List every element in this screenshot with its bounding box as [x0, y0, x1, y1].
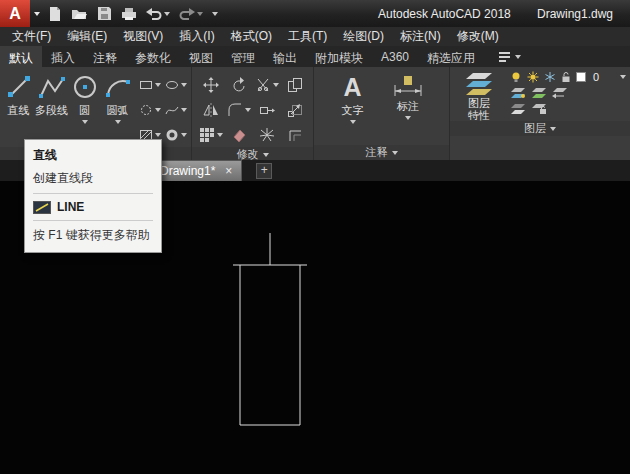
- circle-tool-button[interactable]: 圆: [68, 70, 101, 147]
- panel-modify: 修改: [192, 67, 314, 160]
- app-menu-button[interactable]: A: [0, 0, 30, 27]
- move-tool-button[interactable]: [197, 72, 225, 97]
- ribbon-tab-featured-apps[interactable]: 精选应用: [418, 46, 484, 67]
- ribbon-tab-a360[interactable]: A360: [372, 46, 418, 67]
- modify-tools-grid: [197, 70, 309, 147]
- undo-button[interactable]: [146, 7, 170, 20]
- ribbon-display-toggle[interactable]: [498, 46, 521, 67]
- panel-annotate-label[interactable]: 注释: [314, 145, 449, 160]
- arc-dropdown-caret-icon[interactable]: [115, 120, 121, 124]
- save-icon: [97, 6, 112, 21]
- layer-combo[interactable]: 0: [510, 71, 626, 83]
- ribbon-tab-bar: 默认 插入 注释 参数化 视图 管理 输出 附加模块 A360 精选应用: [0, 46, 630, 67]
- file-tab-drawing1[interactable]: Drawing1* ×: [150, 160, 242, 181]
- ribbon-tab-view[interactable]: 视图: [180, 46, 222, 67]
- ellipse-tool-button[interactable]: [163, 72, 189, 97]
- new-file-button[interactable]: [48, 6, 62, 22]
- menu-modify[interactable]: 修改(M): [449, 27, 507, 46]
- ribbon-tab-addins[interactable]: 附加模块: [306, 46, 372, 67]
- ribbon-tab-annotate[interactable]: 注释: [84, 46, 126, 67]
- menu-dimension[interactable]: 标注(N): [392, 27, 449, 46]
- open-file-button[interactable]: [71, 7, 88, 21]
- donut-caret-icon: [181, 133, 187, 137]
- menu-tools[interactable]: 工具(T): [280, 27, 335, 46]
- app-menu-caret-icon[interactable]: [34, 12, 40, 16]
- panel-layers-label[interactable]: 图层: [450, 121, 630, 136]
- layer-lock-icon[interactable]: [531, 103, 547, 115]
- panel-layers-label-text: 图层: [524, 121, 546, 136]
- polyline-tool-button[interactable]: 多段线: [35, 70, 68, 147]
- hatch-caret-icon: [155, 133, 161, 137]
- document-title: Drawing1.dwg: [537, 7, 613, 21]
- menu-edit[interactable]: 编辑(E): [59, 27, 115, 46]
- ribbon-tab-insert[interactable]: 插入: [42, 46, 84, 67]
- scale-tool-button[interactable]: [281, 97, 309, 122]
- menu-draw[interactable]: 绘图(D): [335, 27, 392, 46]
- offset-tool-button[interactable]: [281, 122, 309, 147]
- explode-tool-button[interactable]: [253, 122, 281, 147]
- tooltip-command-row: LINE: [33, 200, 153, 214]
- make-current-layer-icon[interactable]: [510, 87, 526, 99]
- save-button[interactable]: [97, 6, 112, 21]
- offset-icon: [287, 127, 303, 143]
- open-folder-icon: [71, 7, 88, 21]
- menu-insert[interactable]: 插入(I): [171, 27, 222, 46]
- new-file-icon: [48, 6, 62, 22]
- panel-annotate-label-text: 注释: [366, 145, 388, 160]
- layer-thaw-sun-icon: [527, 71, 539, 83]
- arc-tool-button[interactable]: 圆弧: [101, 70, 134, 147]
- stretch-tool-button[interactable]: [253, 97, 281, 122]
- circle-dropdown-caret-icon[interactable]: [82, 120, 88, 124]
- qat-customize-caret-icon[interactable]: [212, 12, 218, 16]
- layer-properties-button[interactable]: 图层 特性: [456, 69, 502, 121]
- circle-tool-label: 圆: [79, 103, 90, 118]
- menu-file[interactable]: 文件(F): [4, 27, 59, 46]
- layer-isolate-icon[interactable]: [510, 103, 526, 115]
- panel-annotate-caret-icon: [392, 151, 398, 155]
- menu-view[interactable]: 视图(V): [115, 27, 171, 46]
- ribbon-tab-parametric[interactable]: 参数化: [126, 46, 180, 67]
- layer-properties-label-1: 图层: [468, 97, 490, 109]
- layer-controls: 0: [510, 69, 626, 121]
- redo-button[interactable]: [179, 7, 203, 20]
- fillet-tool-button[interactable]: [225, 97, 253, 122]
- layer-freeze-snowflake-icon: [544, 71, 556, 83]
- draw-small-tools: [137, 70, 189, 147]
- line-tool-button[interactable]: 直线: [2, 70, 35, 147]
- copy-tool-button[interactable]: [281, 72, 309, 97]
- trim-tool-button[interactable]: [253, 72, 281, 97]
- line-command-icon: [33, 201, 51, 214]
- ribbon-tab-output[interactable]: 输出: [264, 46, 306, 67]
- redo-caret-icon[interactable]: [197, 12, 203, 16]
- dimension-tool-button[interactable]: 标注: [388, 70, 428, 145]
- menu-format[interactable]: 格式(O): [223, 27, 280, 46]
- previous-layer-icon[interactable]: [552, 87, 568, 99]
- donut-icon: [165, 129, 179, 141]
- rectangle-tool-button[interactable]: [137, 72, 163, 97]
- text-tool-button[interactable]: A 文字: [335, 70, 370, 145]
- layer-combo-caret-icon[interactable]: [620, 75, 626, 79]
- ribbon-tab-home[interactable]: 默认: [0, 46, 42, 67]
- undo-caret-icon[interactable]: [164, 12, 170, 16]
- dimension-caret-icon[interactable]: [405, 116, 411, 120]
- panel-draw-body: 直线 多段线 圆 圆弧: [0, 67, 191, 147]
- new-drawing-tab-button[interactable]: +: [256, 163, 272, 179]
- donut-tool-button[interactable]: [163, 122, 189, 147]
- plot-button[interactable]: [121, 7, 137, 21]
- ribbon-tab-manage[interactable]: 管理: [222, 46, 264, 67]
- ribbon-display-caret-icon: [515, 55, 521, 59]
- revcloud-tool-button[interactable]: [137, 97, 163, 122]
- scale-icon: [287, 102, 303, 118]
- spline-tool-button[interactable]: [163, 97, 189, 122]
- text-caret-icon[interactable]: [350, 120, 356, 124]
- layer-on-bulb-icon: [510, 71, 522, 83]
- file-tab-close-icon[interactable]: ×: [225, 165, 232, 177]
- match-layer-icon[interactable]: [531, 87, 547, 99]
- text-icon: A: [343, 73, 361, 101]
- polyline-tool-label: 多段线: [35, 103, 68, 118]
- array-tool-button[interactable]: [197, 122, 225, 147]
- erase-tool-button[interactable]: [225, 122, 253, 147]
- array-icon: [199, 127, 215, 143]
- rotate-tool-button[interactable]: [225, 72, 253, 97]
- mirror-tool-button[interactable]: [197, 97, 225, 122]
